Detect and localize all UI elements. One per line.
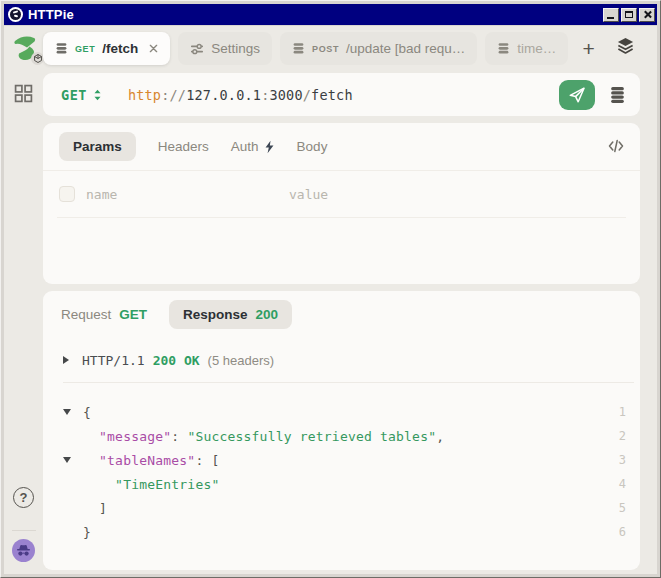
code-line: "message": "Successfully retrieved table…	[43, 424, 640, 448]
database-stack-icon	[609, 86, 626, 104]
row-divider	[57, 217, 626, 218]
layers-icon	[616, 36, 635, 55]
tab-params[interactable]: Params	[59, 132, 136, 161]
user-avatar[interactable]	[12, 539, 35, 562]
line-number: 4	[619, 477, 626, 491]
httpie-app-icon	[8, 7, 23, 22]
lightning-bolt-icon	[264, 140, 275, 154]
code-line: } 6	[43, 520, 640, 544]
code-view-button[interactable]	[608, 139, 624, 153]
url-bar: GET http://127.0.0.1:3000/fetch	[43, 73, 640, 116]
tab-label: /update [bad requ…	[346, 41, 465, 56]
line-number: 2	[619, 429, 626, 443]
requests-stack-icon	[497, 42, 510, 55]
response-body: { 1 "message": "Successfully retrieved t…	[43, 383, 640, 544]
param-name-input[interactable]: name	[86, 187, 117, 202]
line-number: 5	[619, 501, 626, 515]
url-path: fetch	[311, 87, 353, 103]
workspaces-button[interactable]	[14, 84, 33, 103]
param-enabled-checkbox[interactable]	[59, 186, 75, 202]
url-host: 127.0.0.1	[186, 87, 261, 103]
tab-request[interactable]: Request GET	[61, 307, 147, 322]
help-button[interactable]: ?	[13, 487, 34, 508]
tab-body[interactable]: Body	[297, 139, 328, 154]
tab-label: /fetch	[102, 41, 138, 56]
line-number: 6	[619, 525, 626, 539]
app-window: HTTPie GET	[0, 0, 661, 578]
line-number: 1	[619, 405, 626, 419]
window-title: HTTPie	[28, 7, 601, 22]
request-method-badge: GET	[119, 307, 147, 322]
request-panel: Params Headers Auth Body name	[43, 123, 640, 284]
json-key: "message"	[99, 429, 171, 444]
json-string: "Successfully retrieved tables"	[187, 429, 436, 444]
close-button[interactable]	[639, 8, 655, 22]
tab-time[interactable]: time…	[485, 32, 568, 65]
expand-arrow-icon	[63, 356, 69, 364]
tabs-overview-button[interactable]	[616, 36, 635, 55]
paper-plane-icon	[568, 86, 586, 104]
tab-update[interactable]: POST /update [bad requ…	[280, 32, 477, 65]
tab-auth[interactable]: Auth	[231, 139, 275, 154]
settings-sliders-icon	[190, 42, 204, 56]
new-tab-button[interactable]: +	[576, 34, 600, 64]
tab-settings[interactable]: Settings	[178, 32, 272, 65]
method-dropdown[interactable]: GET	[61, 87, 102, 103]
url-input[interactable]: http://127.0.0.1:3000/fetch	[128, 87, 559, 103]
tab-label: time…	[517, 41, 556, 56]
rail-divider	[12, 530, 36, 531]
close-tab-icon[interactable]	[149, 44, 158, 53]
status-text: 200 OK	[153, 353, 200, 368]
request-panel-tabs: Params Headers Auth Body	[43, 123, 640, 170]
minimize-button[interactable]	[603, 8, 619, 22]
json-key: "tableNames"	[99, 453, 195, 468]
headers-count: (5 headers)	[208, 353, 274, 368]
tab-headers[interactable]: Headers	[158, 139, 209, 154]
requests-stack-icon	[292, 42, 305, 55]
saved-requests-button[interactable]	[609, 86, 626, 104]
send-button[interactable]	[559, 80, 595, 110]
tab-method: POST	[312, 44, 339, 54]
chevron-updown-icon	[93, 89, 102, 101]
code-line: "tableNames": [ 3	[43, 448, 640, 472]
incognito-icon	[16, 544, 31, 557]
app-content: GET /fetch Settings	[4, 26, 657, 574]
json-string: "TimeEntries"	[115, 477, 219, 492]
url-port: 3000	[269, 87, 302, 103]
tab-label: Settings	[211, 41, 260, 56]
response-panel: Request GET Response 200 HTTP/1.1 200 OK…	[43, 291, 640, 570]
param-row: name value	[43, 171, 640, 217]
response-headers-toggle[interactable]: HTTP/1.1 200 OK (5 headers)	[43, 338, 640, 382]
code-line: { 1	[43, 400, 640, 424]
code-icon	[608, 139, 624, 153]
status-code-badge: 200	[256, 307, 279, 322]
protocol-text: HTTP/1.1	[82, 353, 145, 368]
title-bar: HTTPie	[4, 4, 657, 25]
url-scheme: http	[128, 87, 161, 103]
httpie-logo	[11, 33, 41, 63]
cube-icon	[34, 54, 42, 63]
question-mark-icon: ?	[20, 490, 28, 505]
method-value: GET	[61, 87, 87, 103]
code-line: "TimeEntries" 4	[43, 472, 640, 496]
tab-response[interactable]: Response 200	[169, 300, 292, 329]
maximize-button[interactable]	[621, 8, 637, 22]
requests-stack-icon	[55, 42, 68, 55]
line-number: 3	[619, 453, 626, 467]
tab-fetch[interactable]: GET /fetch	[43, 32, 170, 65]
grid-icon	[14, 84, 33, 103]
tab-strip: GET /fetch Settings	[43, 32, 601, 65]
param-value-input[interactable]: value	[289, 187, 328, 202]
code-line: ] 5	[43, 496, 640, 520]
response-panel-tabs: Request GET Response 200	[43, 291, 640, 338]
fold-arrow-icon[interactable]	[63, 457, 83, 463]
fold-arrow-icon[interactable]	[63, 409, 83, 415]
tab-method: GET	[75, 44, 95, 54]
